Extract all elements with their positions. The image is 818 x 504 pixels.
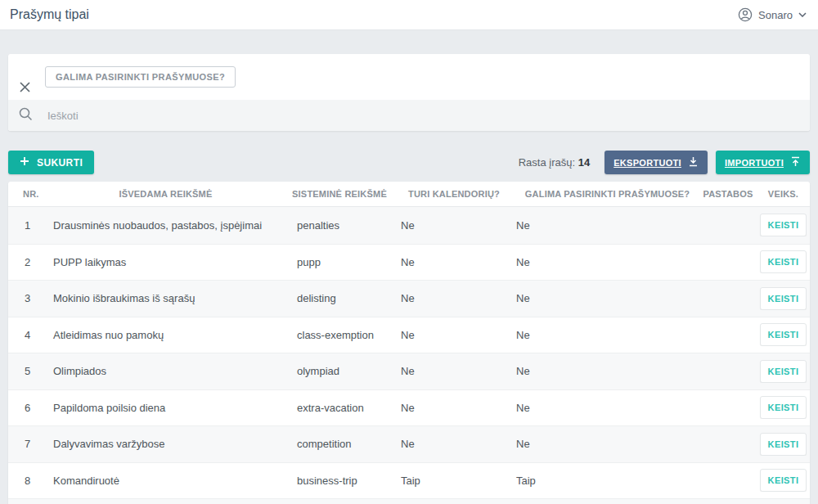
close-icon[interactable] <box>19 81 31 93</box>
user-menu[interactable]: Sonaro <box>738 7 807 22</box>
results-number: 14 <box>578 156 590 169</box>
row-sistemine-reiksme: olympiad <box>286 365 393 377</box>
table-row: 3 Mokinio išbraukimas iš sąrašų delistin… <box>8 280 810 317</box>
row-turi-kalendoriu: Ne <box>393 438 515 450</box>
row-nr: 3 <box>8 292 45 304</box>
row-galima-pasirinkti: Ne <box>515 256 699 268</box>
row-nr: 2 <box>8 256 45 268</box>
row-turi-kalendoriu: Taip <box>393 475 515 487</box>
edit-button[interactable]: KEISTI <box>760 250 807 273</box>
user-icon <box>738 7 753 22</box>
edit-button[interactable]: KEISTI <box>760 323 807 346</box>
create-button-label: SUKURTI <box>37 157 83 169</box>
column-header: GALIMA PASIRINKTI PRAŠYMUOSE? <box>515 189 699 199</box>
toolbar-right: Rasta įrašų: 14 EKSPORTUOTI IMPORTUOTI <box>519 151 810 174</box>
row-isvedama-reiksme: Atleidimas nuo pamokų <box>45 329 286 341</box>
table-row: 4 Atleidimas nuo pamokų class-exemption … <box>8 317 810 353</box>
filter-card: GALIMA PASIRINKTI PRAŠYMUOSE? Ieškoti <box>8 54 810 131</box>
column-header: PASTABOS <box>699 189 757 199</box>
column-header: TURI KALENDORIŲ? <box>393 189 515 199</box>
row-sistemine-reiksme: competition <box>286 438 393 450</box>
table-row: 7 Dalyvavimas varžybose competition Ne N… <box>8 425 810 462</box>
create-button[interactable]: SUKURTI <box>8 151 94 174</box>
row-isvedama-reiksme: Dalyvavimas varžybose <box>45 438 286 450</box>
column-header: IŠVEDAMA REIKŠMĖ <box>45 189 286 199</box>
row-isvedama-reiksme: Mokinio išbraukimas iš sąrašų <box>45 292 286 304</box>
import-button[interactable]: IMPORTUOTI <box>716 151 810 174</box>
export-button[interactable]: EKSPORTUOTI <box>605 151 708 174</box>
row-nr: 7 <box>8 438 45 450</box>
row-sistemine-reiksme: class-exemption <box>286 329 393 341</box>
row-galima-pasirinkti: Ne <box>515 292 699 304</box>
edit-button[interactable]: KEISTI <box>760 433 807 456</box>
toolbar: SUKURTI Rasta įrašų: 14 EKSPORTUOTI IMPO… <box>8 151 810 174</box>
row-sistemine-reiksme: pupp <box>286 256 393 268</box>
row-nr: 5 <box>8 365 45 377</box>
top-bar: Prašymų tipai Sonaro <box>0 0 818 30</box>
search-input[interactable]: Ieškoti <box>8 100 810 131</box>
filter-chip[interactable]: GALIMA PASIRINKTI PRAŠYMUOSE? <box>45 66 236 88</box>
search-placeholder: Ieškoti <box>47 110 79 122</box>
table-row: 6 Papildoma poilsio diena extra-vacation… <box>8 389 810 426</box>
row-sistemine-reiksme: delisting <box>286 292 393 304</box>
edit-button[interactable]: KEISTI <box>760 214 807 236</box>
row-nr: 4 <box>8 329 45 341</box>
column-header: NR. <box>8 189 45 199</box>
row-nr: 8 <box>8 475 45 487</box>
results-label: Rasta įrašų: <box>519 156 575 169</box>
request-types-table: NR.IŠVEDAMA REIKŠMĖSISTEMINĖ REIKŠMĖTURI… <box>8 182 810 504</box>
row-turi-kalendoriu: Ne <box>393 292 515 304</box>
results-count: Rasta įrašų: 14 <box>519 156 590 169</box>
row-galima-pasirinkti: Ne <box>515 219 699 232</box>
download-icon <box>688 156 699 169</box>
row-turi-kalendoriu: Ne <box>393 219 515 232</box>
table-row: 1 Drausminės nuobaudos, pastabos, įspėji… <box>8 207 810 244</box>
table-row: 8 Komandiruotė business-trip Taip Taip K… <box>8 462 810 499</box>
page-title: Prašymų tipai <box>10 7 89 22</box>
row-isvedama-reiksme: Komandiruotė <box>45 475 286 487</box>
filter-area: GALIMA PASIRINKTI PRAŠYMUOSE? <box>8 54 810 100</box>
row-turi-kalendoriu: Ne <box>393 256 515 268</box>
table-row: 5 Olimpiados olympiad Ne Ne KEISTI <box>8 353 810 389</box>
row-isvedama-reiksme: PUPP laikymas <box>45 256 286 268</box>
table-row: 2 PUPP laikymas pupp Ne Ne KEISTI <box>8 244 810 281</box>
row-turi-kalendoriu: Ne <box>393 329 515 341</box>
row-isvedama-reiksme: Drausminės nuobaudos, pastabos, įspėjima… <box>45 219 286 232</box>
row-galima-pasirinkti: Ne <box>515 329 699 341</box>
upload-icon <box>790 156 801 169</box>
row-galima-pasirinkti: Ne <box>515 365 699 377</box>
column-header: VEIKS. <box>757 189 810 199</box>
row-isvedama-reiksme: Olimpiados <box>45 365 286 377</box>
row-sistemine-reiksme: penalties <box>286 219 393 232</box>
table-body: 1 Drausminės nuobaudos, pastabos, įspėji… <box>8 207 810 498</box>
row-galima-pasirinkti: Taip <box>515 475 699 487</box>
row-isvedama-reiksme: Papildoma poilsio diena <box>45 402 286 414</box>
edit-button[interactable]: KEISTI <box>760 287 807 310</box>
row-galima-pasirinkti: Ne <box>515 402 699 414</box>
user-name: Sonaro <box>758 9 793 21</box>
edit-button[interactable]: KEISTI <box>760 396 807 419</box>
plus-icon <box>20 156 29 169</box>
search-icon <box>19 107 33 124</box>
row-galima-pasirinkti: Ne <box>515 438 699 450</box>
edit-button[interactable]: KEISTI <box>760 360 807 383</box>
row-nr: 1 <box>8 219 45 232</box>
export-button-label: EKSPORTUOTI <box>614 158 681 168</box>
row-nr: 6 <box>8 402 45 414</box>
row-turi-kalendoriu: Ne <box>393 365 515 377</box>
column-header: SISTEMINĖ REIKŠMĖ <box>286 189 393 199</box>
edit-button[interactable]: KEISTI <box>760 469 807 492</box>
row-turi-kalendoriu: Ne <box>393 402 515 414</box>
chevron-down-icon <box>798 12 807 17</box>
table-row-partial <box>8 498 810 504</box>
row-sistemine-reiksme: business-trip <box>286 475 393 487</box>
import-button-label: IMPORTUOTI <box>725 158 784 168</box>
table-header-row: NR.IŠVEDAMA REIKŠMĖSISTEMINĖ REIKŠMĖTURI… <box>8 182 810 207</box>
row-sistemine-reiksme: extra-vacation <box>286 402 393 414</box>
